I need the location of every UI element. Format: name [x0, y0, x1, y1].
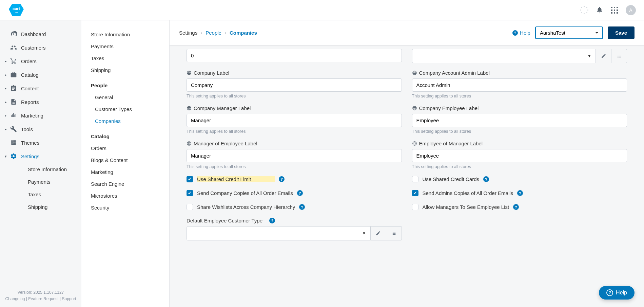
help-tooltip-icon[interactable]: ?	[517, 190, 523, 196]
help-tooltip-icon[interactable]: ?	[279, 176, 285, 182]
nav-label: Customers	[21, 45, 46, 51]
manager-of-employee-input[interactable]	[187, 149, 402, 162]
subnav-payments[interactable]: Payments	[0, 176, 81, 188]
helper-text: This setting applies to all stores	[187, 94, 402, 98]
clipboard-icon	[10, 85, 17, 92]
help-tooltip-icon[interactable]: ?	[297, 190, 303, 196]
sub-people[interactable]: People	[81, 79, 169, 91]
svg-rect-10	[614, 12, 615, 14]
nav-label: Themes	[21, 140, 39, 146]
nav-reports[interactable]: Reports	[0, 95, 81, 109]
field-label: Company Employee Label	[419, 105, 479, 111]
main-sidebar: Dashboard Customers Orders Catalog Conte…	[0, 20, 81, 307]
svg-text:.com: .com	[15, 12, 18, 14]
gauge-icon	[10, 31, 17, 37]
svg-text:cart: cart	[13, 6, 20, 11]
dropdown-field[interactable]: ▼	[412, 49, 596, 63]
help-circle-icon: ?	[606, 289, 613, 296]
subnav-taxes[interactable]: Taxes	[0, 188, 81, 201]
help-label: Help	[520, 30, 530, 36]
nav-customers[interactable]: Customers	[0, 41, 81, 54]
shared-credit-limit-checkbox[interactable]	[187, 176, 193, 182]
user-avatar[interactable]: A	[626, 5, 636, 15]
employee-of-manager-input[interactable]	[412, 149, 627, 162]
field-label: Company Manager Label	[194, 105, 251, 111]
shared-credit-cards-checkbox[interactable]	[412, 176, 418, 182]
cart-icon	[10, 58, 17, 65]
company-label-input[interactable]	[187, 78, 402, 92]
checkbox-label: Send Admins Copies of All Order Emails	[423, 190, 513, 196]
sub-marketing[interactable]: Marketing	[81, 166, 169, 178]
notifications-bell-icon[interactable]	[596, 6, 603, 14]
globe-icon	[187, 141, 192, 146]
share-wishlists-checkbox[interactable]	[187, 204, 193, 210]
nav-catalog[interactable]: Catalog	[0, 68, 81, 82]
manager-label-input[interactable]	[187, 114, 402, 127]
floating-help-label: Help	[616, 290, 627, 296]
nav-dashboard[interactable]: Dashboard	[0, 27, 81, 41]
employee-label-input[interactable]	[412, 114, 627, 127]
floating-help-button[interactable]: ? Help	[599, 286, 635, 300]
globe-icon	[412, 70, 417, 75]
company-copies-checkbox[interactable]	[187, 190, 193, 196]
nav-tools[interactable]: Tools	[0, 122, 81, 136]
nav-label: Settings	[21, 154, 39, 159]
version-label: Version: 2025.1.107.1127	[5, 289, 77, 296]
nav-settings[interactable]: Settings	[0, 149, 81, 163]
list-button[interactable]	[611, 49, 627, 63]
list-button[interactable]	[386, 226, 402, 240]
checkbox-label: Use Shared Credit Limit	[197, 176, 275, 182]
sub-store-information[interactable]: Store Information	[81, 29, 169, 40]
subnav-shipping[interactable]: Shipping	[0, 201, 81, 213]
sub-shipping[interactable]: Shipping	[81, 64, 169, 76]
store-selector[interactable]: AarshaTest	[535, 26, 603, 39]
help-tooltip-icon[interactable]: ?	[269, 218, 275, 223]
admin-copies-checkbox[interactable]	[412, 190, 418, 196]
subnav-store-information[interactable]: Store Information	[0, 163, 81, 176]
sub-orders[interactable]: Orders	[81, 142, 169, 154]
edit-button[interactable]	[371, 226, 386, 240]
crumb-people[interactable]: People	[206, 30, 221, 36]
nav-content[interactable]: Content	[0, 82, 81, 95]
allow-managers-checkbox[interactable]	[412, 204, 418, 210]
help-link[interactable]: ? Help	[512, 30, 530, 36]
sub-catalog[interactable]: Catalog	[81, 130, 169, 142]
svg-rect-5	[617, 7, 618, 8]
nav-orders[interactable]: Orders	[0, 54, 81, 68]
edit-button[interactable]	[596, 49, 611, 63]
help-tooltip-icon[interactable]: ?	[299, 204, 305, 210]
nav-marketing[interactable]: Marketing	[0, 109, 81, 122]
nav-label: Tools	[21, 126, 33, 132]
help-tooltip-icon[interactable]: ?	[483, 176, 489, 182]
topbar: cart.com A	[0, 0, 644, 20]
sub-companies[interactable]: Companies	[81, 115, 169, 127]
nav-label: Dashboard	[21, 31, 46, 37]
default-employee-type-dropdown[interactable]: ▼	[187, 226, 371, 240]
footer-links[interactable]: Changelog | Feature Request | Support	[5, 296, 76, 301]
checkbox-label: Send Company Copies of All Order Emails	[197, 190, 293, 196]
nav-themes[interactable]: Themes	[0, 136, 81, 149]
apps-grid-icon[interactable]	[611, 6, 618, 14]
loading-indicator-icon	[580, 6, 588, 14]
settings-sub-sidebar: Store Information Payments Taxes Shippin…	[81, 20, 170, 307]
account-admin-label-input[interactable]	[412, 78, 627, 92]
helper-text: This setting applies to all stores	[412, 94, 627, 98]
help-tooltip-icon[interactable]: ?	[513, 204, 519, 210]
numeric-input[interactable]	[187, 49, 402, 62]
sub-general[interactable]: General	[81, 91, 169, 103]
sub-security[interactable]: Security	[81, 202, 169, 214]
sub-blogs[interactable]: Blogs & Content	[81, 154, 169, 166]
sub-taxes[interactable]: Taxes	[81, 52, 169, 64]
sub-search-engine[interactable]: Search Engine	[81, 178, 169, 190]
sub-payments[interactable]: Payments	[81, 40, 169, 52]
field-label: Manager of Employee Label	[194, 141, 257, 146]
nav-label: Orders	[21, 58, 37, 64]
sub-microstores[interactable]: Microstores	[81, 190, 169, 202]
document-icon	[10, 98, 17, 105]
save-button[interactable]: Save	[608, 26, 635, 39]
cart-logo[interactable]: cart.com	[8, 3, 24, 17]
globe-icon	[412, 141, 417, 146]
wrench-icon	[10, 126, 17, 132]
sub-customer-types[interactable]: Customer Types	[81, 103, 169, 115]
helper-text: This setting applies to all stores	[187, 129, 402, 134]
